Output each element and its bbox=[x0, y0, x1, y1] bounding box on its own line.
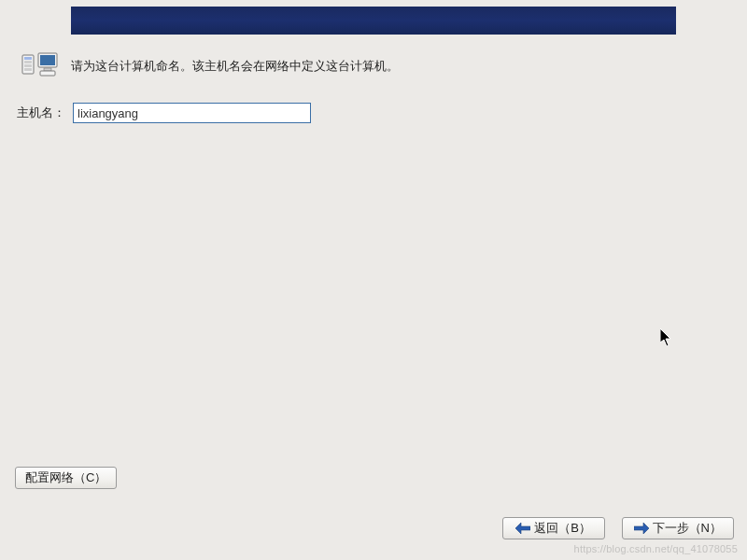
svg-rect-1 bbox=[24, 57, 32, 60]
mouse-cursor-icon bbox=[660, 329, 673, 347]
configure-network-label: 配置网络（C） bbox=[25, 469, 106, 486]
header-banner bbox=[71, 7, 676, 35]
arrow-right-icon bbox=[634, 523, 649, 534]
back-button[interactable]: 返回（B） bbox=[502, 517, 605, 539]
instruction-text: 请为这台计算机命名。该主机名会在网络中定义这台计算机。 bbox=[71, 58, 399, 75]
hostname-row: 主机名： bbox=[17, 103, 311, 123]
computers-icon bbox=[21, 51, 61, 79]
svg-rect-6 bbox=[40, 55, 55, 65]
footer-buttons: 返回（B） 下一步（N） bbox=[502, 517, 734, 539]
arrow-left-icon bbox=[515, 523, 530, 534]
svg-rect-8 bbox=[40, 71, 55, 76]
next-button-label: 下一步（N） bbox=[653, 520, 722, 537]
watermark-text: https://blog.csdn.net/qq_41078055 bbox=[574, 543, 738, 554]
hostname-input[interactable] bbox=[73, 103, 311, 123]
back-button-label: 返回（B） bbox=[534, 520, 591, 537]
next-button[interactable]: 下一步（N） bbox=[622, 517, 734, 539]
hostname-label: 主机名： bbox=[17, 105, 65, 121]
svg-rect-4 bbox=[24, 68, 32, 71]
configure-network-button[interactable]: 配置网络（C） bbox=[15, 467, 117, 489]
svg-rect-2 bbox=[24, 61, 32, 63]
svg-rect-3 bbox=[24, 64, 32, 67]
